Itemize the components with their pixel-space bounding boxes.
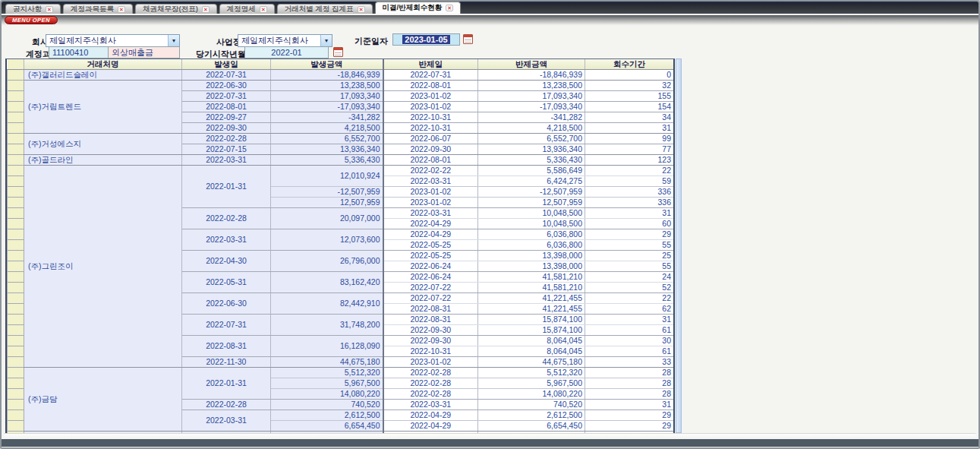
collect-period-cell[interactable]: 99 bbox=[585, 134, 674, 144]
row-selector-cell[interactable] bbox=[8, 208, 24, 219]
row-selector-cell[interactable] bbox=[8, 346, 24, 357]
tab-close-icon[interactable]: ✕ bbox=[202, 6, 210, 13]
occur-date-cell[interactable]: 2022-08-01 bbox=[182, 102, 271, 112]
occur-amount-cell[interactable]: 12,010,924 bbox=[271, 166, 383, 187]
collect-period-cell[interactable]: 28 bbox=[585, 378, 674, 389]
row-selector-cell[interactable] bbox=[8, 293, 24, 304]
customer-cell[interactable]: (주)거림트렌드 bbox=[24, 81, 182, 134]
collect-period-cell[interactable]: 55 bbox=[585, 240, 674, 251]
collect-period-cell[interactable]: 61 bbox=[585, 346, 674, 357]
occur-amount-cell[interactable]: 83,162,420 bbox=[271, 272, 383, 293]
row-selector-cell[interactable] bbox=[8, 251, 24, 261]
settle-amount-cell[interactable]: 41,221,455 bbox=[478, 293, 585, 304]
settle-amount-cell[interactable]: 13,398,000 bbox=[478, 261, 585, 272]
settle-amount-cell[interactable]: 5,586,649 bbox=[478, 166, 585, 176]
collect-period-cell[interactable]: 32 bbox=[585, 81, 674, 91]
settle-date-cell[interactable]: 2023-01-02 bbox=[383, 91, 478, 102]
row-selector-cell[interactable] bbox=[8, 304, 24, 315]
settle-date-cell[interactable]: 2022-07-22 bbox=[383, 293, 478, 304]
occur-date-cell[interactable]: 2022-05-31 bbox=[182, 272, 271, 293]
settle-amount-cell[interactable]: 10,048,500 bbox=[478, 208, 585, 219]
occur-date-cell[interactable]: 2022-02-28 bbox=[182, 400, 271, 410]
collect-period-cell[interactable]: 22 bbox=[585, 166, 674, 176]
tab-close-icon[interactable]: ✕ bbox=[118, 6, 125, 13]
collect-period-cell[interactable]: 336 bbox=[585, 187, 674, 198]
row-selector-cell[interactable] bbox=[8, 155, 24, 166]
occur-amount-cell[interactable]: 5,512,320 bbox=[271, 368, 383, 378]
row-selector-header[interactable] bbox=[8, 59, 24, 70]
chevron-down-icon[interactable]: ▾ bbox=[320, 35, 332, 46]
collect-period-cell[interactable]: 31 bbox=[585, 400, 674, 410]
base-date-input[interactable]: 2023-01-05 bbox=[392, 33, 460, 46]
row-selector-cell[interactable] bbox=[8, 410, 24, 421]
settle-date-cell[interactable]: 2022-05-25 bbox=[383, 251, 478, 261]
settle-date-cell[interactable]: 2022-08-01 bbox=[383, 81, 478, 91]
settle-date-cell[interactable]: 2022-04-29 bbox=[383, 421, 478, 432]
row-selector-cell[interactable] bbox=[8, 166, 24, 176]
settle-amount-cell[interactable]: 13,398,000 bbox=[478, 251, 585, 261]
occur-date-cell[interactable]: 2022-01-31 bbox=[182, 368, 271, 400]
occur-date-cell[interactable]: 2022-07-31 bbox=[182, 91, 271, 102]
occur-date-cell[interactable]: 2022-09-30 bbox=[182, 123, 271, 134]
collect-period-cell[interactable]: 59 bbox=[585, 176, 674, 187]
settle-date-cell[interactable]: 2022-02-22 bbox=[383, 166, 478, 176]
collect-period-cell[interactable]: 77 bbox=[585, 144, 674, 155]
row-selector-cell[interactable] bbox=[8, 112, 24, 123]
collect-period-cell[interactable]: 155 bbox=[585, 91, 674, 102]
occur-amount-cell[interactable]: -18,846,939 bbox=[271, 70, 383, 81]
row-selector-cell[interactable] bbox=[8, 272, 24, 283]
settle-date-cell[interactable]: 2022-08-01 bbox=[383, 155, 478, 166]
settle-amount-cell[interactable]: 6,424,275 bbox=[478, 176, 585, 187]
settle-amount-cell[interactable]: 13,238,500 bbox=[478, 81, 585, 91]
settle-amount-cell[interactable]: 5,512,320 bbox=[478, 368, 585, 378]
settle-amount-cell[interactable]: 4,218,500 bbox=[478, 123, 585, 134]
settle-amount-cell[interactable]: 6,654,450 bbox=[478, 421, 585, 432]
collect-period-cell[interactable]: 31 bbox=[585, 208, 674, 219]
settle-date-cell[interactable]: 2022-10-31 bbox=[383, 123, 478, 134]
row-selector-cell[interactable] bbox=[8, 81, 24, 91]
settle-date-cell[interactable]: 2022-09-30 bbox=[383, 144, 478, 155]
settle-date-cell[interactable]: 2023-01-02 bbox=[383, 357, 478, 368]
start-month-input[interactable]: 2022-01 bbox=[244, 46, 329, 58]
occur-date-cell[interactable]: 2022-06-30 bbox=[182, 81, 271, 91]
collect-period-cell[interactable]: 28 bbox=[585, 389, 674, 400]
settle-date-cell[interactable]: 2022-04-29 bbox=[383, 410, 478, 421]
company-select[interactable]: 제일제지주식회사 ▾ bbox=[46, 34, 180, 47]
settle-amount-cell[interactable]: 41,221,455 bbox=[478, 304, 585, 315]
collect-period-cell[interactable]: 29 bbox=[585, 229, 674, 240]
settle-date-cell[interactable]: 2022-09-30 bbox=[383, 325, 478, 336]
settle-date-cell[interactable]: 2023-01-02 bbox=[383, 198, 478, 208]
row-selector-cell[interactable] bbox=[8, 187, 24, 198]
col-header-settle-date[interactable]: 반제일 bbox=[383, 59, 478, 70]
row-selector-cell[interactable] bbox=[8, 261, 24, 272]
row-selector-cell[interactable] bbox=[8, 378, 24, 389]
occur-amount-cell[interactable]: 5,336,430 bbox=[271, 155, 383, 166]
occur-amount-cell[interactable]: 13,238,500 bbox=[271, 81, 383, 91]
collect-period-cell[interactable]: 25 bbox=[585, 251, 674, 261]
occur-amount-cell[interactable]: 12,507,959 bbox=[271, 198, 383, 208]
customer-cell[interactable]: (주)갤러리드슬레이 bbox=[24, 70, 182, 81]
settle-date-cell[interactable]: 2022-08-31 bbox=[383, 315, 478, 325]
occur-amount-cell[interactable]: -12,507,959 bbox=[271, 187, 383, 198]
collect-period-cell[interactable]: 61 bbox=[585, 325, 674, 336]
occur-amount-cell[interactable]: -17,093,340 bbox=[271, 102, 383, 112]
occur-amount-cell[interactable]: 31,748,200 bbox=[271, 315, 383, 336]
collect-period-cell[interactable]: 123 bbox=[585, 155, 674, 166]
row-selector-cell[interactable] bbox=[8, 357, 24, 368]
occur-date-cell[interactable]: 2022-07-31 bbox=[182, 70, 271, 81]
settle-amount-cell[interactable]: 8,064,045 bbox=[478, 336, 585, 346]
collect-period-cell[interactable]: 0 bbox=[585, 70, 674, 81]
occur-date-cell[interactable]: 2022-03-31 bbox=[182, 410, 271, 432]
settle-date-cell[interactable]: 2022-02-28 bbox=[383, 389, 478, 400]
row-selector-cell[interactable] bbox=[8, 176, 24, 187]
row-selector-cell[interactable] bbox=[8, 219, 24, 229]
settle-date-cell[interactable]: 2022-10-31 bbox=[383, 112, 478, 123]
settle-amount-cell[interactable]: 6,036,800 bbox=[478, 240, 585, 251]
col-header-settle-amount[interactable]: 반제금액 bbox=[478, 59, 585, 70]
settle-date-cell[interactable]: 2022-06-07 bbox=[383, 134, 478, 144]
customer-cell[interactable]: (주)골드라인 bbox=[24, 155, 182, 166]
occur-date-cell[interactable]: 2022-02-28 bbox=[182, 134, 271, 144]
row-selector-cell[interactable] bbox=[8, 240, 24, 251]
row-selector-cell[interactable] bbox=[8, 325, 24, 336]
col-header-occur-amount[interactable]: 발생금액 bbox=[271, 59, 383, 70]
